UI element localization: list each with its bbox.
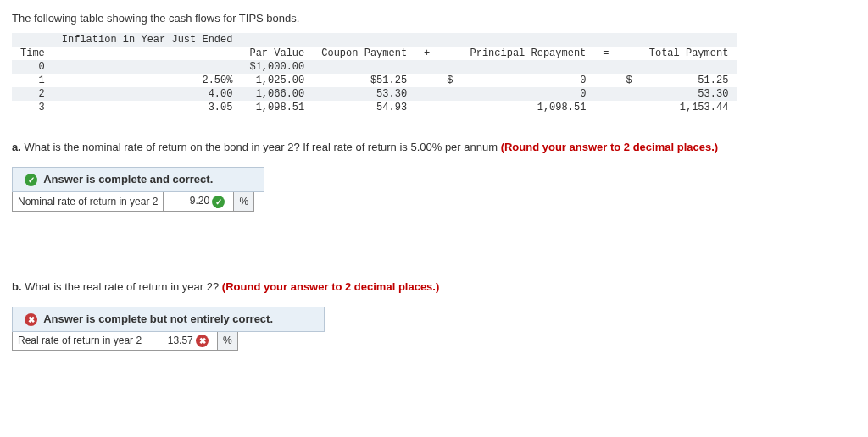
cash-flow-table: Inflation in Year Just Ended Time Par Va…: [12, 33, 737, 114]
qa-value-cell[interactable]: 9.20 ✓: [164, 192, 234, 211]
qa-unit: %: [234, 192, 254, 211]
table-row: 0$1,000.00: [12, 60, 737, 74]
cross-icon: ✖: [196, 335, 209, 347]
col-par: Par Value: [241, 47, 313, 60]
intro-text: The following table showing the cash flo…: [12, 12, 856, 25]
qb-feedback: ✖ Answer is complete but not entirely co…: [12, 307, 325, 332]
col-plus: +: [415, 47, 438, 60]
col-time: Time: [12, 47, 53, 60]
qa-text: What is the nominal rate of return on th…: [21, 141, 501, 153]
qb-label: Real rate of return in year 2: [13, 331, 147, 350]
qb-unit: %: [218, 331, 238, 350]
question-b: b. What is the real rate of return in ye…: [12, 279, 856, 295]
col-coupon: Coupon Payment: [313, 47, 415, 60]
qb-value: 13.57: [168, 335, 193, 346]
table-row: 24.001,066.00 53.30053.30: [12, 87, 737, 101]
qa-round: (Round your answer to 2 decimal places.): [501, 141, 718, 153]
qb-answer-table: Real rate of return in year 2 13.57 ✖ %: [12, 331, 238, 351]
qa-feedback: ✓ Answer is complete and correct.: [12, 167, 264, 192]
qa-value: 9.20: [190, 195, 209, 207]
col-principal: Principal Repayment: [462, 47, 595, 60]
qb-round: (Round your answer to 2 decimal places.): [222, 280, 439, 293]
cross-icon: ✖: [25, 313, 37, 326]
table-row: 33.051,098.51 54.931,098.511,153.44: [12, 101, 737, 114]
qb-feedback-text: Answer is complete but not entirely corr…: [43, 313, 273, 325]
qa-answer-table: Nominal rate of return in year 2 9.20 ✓ …: [12, 191, 254, 211]
col-equals: =: [594, 47, 617, 60]
col-time-hdr: [12, 33, 53, 47]
qa-label: Nominal rate of return in year 2: [13, 192, 164, 211]
check-icon: ✓: [212, 196, 225, 208]
question-a: a. What is the nominal rate of return on…: [12, 140, 856, 155]
col-infl-hdr: Inflation in Year Just Ended: [53, 33, 242, 47]
qa-feedback-text: Answer is complete and correct.: [43, 173, 213, 185]
qb-value-cell[interactable]: 13.57 ✖: [147, 331, 218, 350]
qb-text: What is the real rate of return in year …: [22, 280, 222, 293]
table-row: 12.50%1,025.00 $51.25$0$51.25: [12, 74, 737, 87]
check-icon: ✓: [25, 174, 37, 186]
qa-prefix: a.: [12, 141, 21, 153]
col-total: Total Payment: [641, 47, 737, 60]
col-infl: [53, 47, 242, 60]
qb-prefix: b.: [12, 280, 22, 293]
